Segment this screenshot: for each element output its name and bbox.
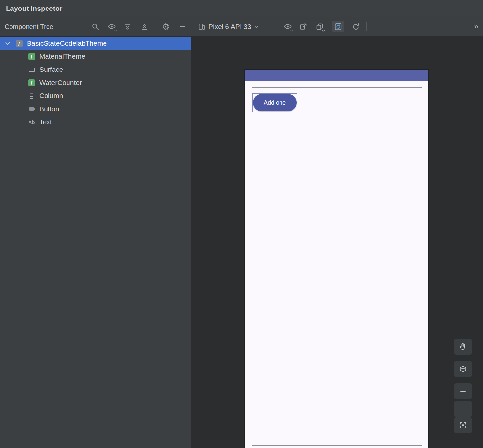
device-selector-label: Pixel 6 API 33 xyxy=(208,23,251,31)
visibility-options-icon[interactable] xyxy=(106,21,118,32)
tree-item-basicstatecodelabtheme[interactable]: f BasicStateCodelabTheme xyxy=(0,37,191,50)
zoom-to-fit-icon[interactable] xyxy=(454,417,472,433)
device-screen-render[interactable]: Add one xyxy=(245,70,428,448)
chevron-down-icon xyxy=(114,30,117,32)
chevron-down-icon xyxy=(290,30,293,32)
chevron-down-icon xyxy=(322,30,325,32)
toolbar-separator xyxy=(191,17,191,36)
tree-item-label: BasicStateCodelabTheme xyxy=(27,39,107,47)
render-canvas[interactable]: Add one xyxy=(191,37,483,448)
text-node-icon: Ab xyxy=(28,119,35,126)
add-one-button-label: Add one xyxy=(262,99,287,107)
tree-item-button[interactable]: Button xyxy=(0,102,191,115)
pan-hand-icon[interactable] xyxy=(454,339,472,355)
tree-item-text[interactable]: Ab Text xyxy=(0,115,191,129)
device-app-bar xyxy=(245,70,428,81)
zoom-out-icon[interactable] xyxy=(454,401,472,417)
tree-item-label: Surface xyxy=(39,66,63,73)
tree-item-surface[interactable]: Surface xyxy=(0,63,191,76)
search-icon[interactable] xyxy=(89,21,101,32)
tree-item-materialtheme[interactable]: f MaterialTheme xyxy=(0,50,191,63)
column-node-icon xyxy=(28,92,35,99)
compose-node-icon: f xyxy=(16,40,23,47)
zoom-in-icon[interactable] xyxy=(454,383,472,399)
tree-item-column[interactable]: Column xyxy=(0,89,191,102)
live-updates-toggle-icon[interactable] xyxy=(332,21,344,32)
chevron-down-icon xyxy=(254,25,259,28)
window-title-bar: Layout Inspector xyxy=(0,0,483,17)
export-screenshot-icon[interactable] xyxy=(297,21,309,32)
settings-gear-icon[interactable]: ⚙ xyxy=(160,21,172,32)
button-component-bounds[interactable]: Add one xyxy=(252,93,297,112)
tree-item-label: MaterialTheme xyxy=(39,52,85,60)
render-options-eye-icon[interactable] xyxy=(282,21,294,32)
toolbar-overflow-button[interactable]: » xyxy=(474,21,478,32)
tree-item-label: WaterCounter xyxy=(39,79,82,87)
component-tree-panel: f BasicStateCodelabTheme f MaterialTheme… xyxy=(0,37,191,448)
tree-item-label: Button xyxy=(39,105,59,113)
hide-panel-icon[interactable] xyxy=(177,21,188,32)
tree-item-label: Text xyxy=(39,118,52,126)
component-tree-header: Component Tree xyxy=(5,17,53,36)
export-snapshot-icon[interactable] xyxy=(314,21,325,32)
layout-inspector-window: Layout Inspector Component Tree xyxy=(0,0,483,448)
compose-node-icon: f xyxy=(28,79,35,86)
main-toolbar: Component Tree xyxy=(0,17,483,36)
device-icon xyxy=(198,23,206,31)
window-title: Layout Inspector xyxy=(6,5,62,12)
3d-mode-icon[interactable] xyxy=(454,361,472,377)
chevron-down-icon[interactable] xyxy=(4,40,11,47)
column-component-bounds[interactable]: Add one xyxy=(252,87,422,446)
compose-node-icon: f xyxy=(28,53,35,60)
toolbar-separator xyxy=(366,22,367,31)
expand-all-icon[interactable] xyxy=(122,21,133,32)
collapse-all-icon[interactable] xyxy=(138,21,150,32)
device-selector-dropdown[interactable]: Pixel 6 API 33 xyxy=(197,21,260,32)
toolbar-separator xyxy=(154,22,154,31)
add-one-button[interactable]: Add one xyxy=(253,94,297,111)
refresh-icon[interactable] xyxy=(350,21,362,32)
tree-item-watercounter[interactable]: f WaterCounter xyxy=(0,76,191,89)
surface-node-icon xyxy=(28,66,35,73)
tree-item-label: Column xyxy=(39,92,63,100)
button-node-icon xyxy=(28,106,35,112)
